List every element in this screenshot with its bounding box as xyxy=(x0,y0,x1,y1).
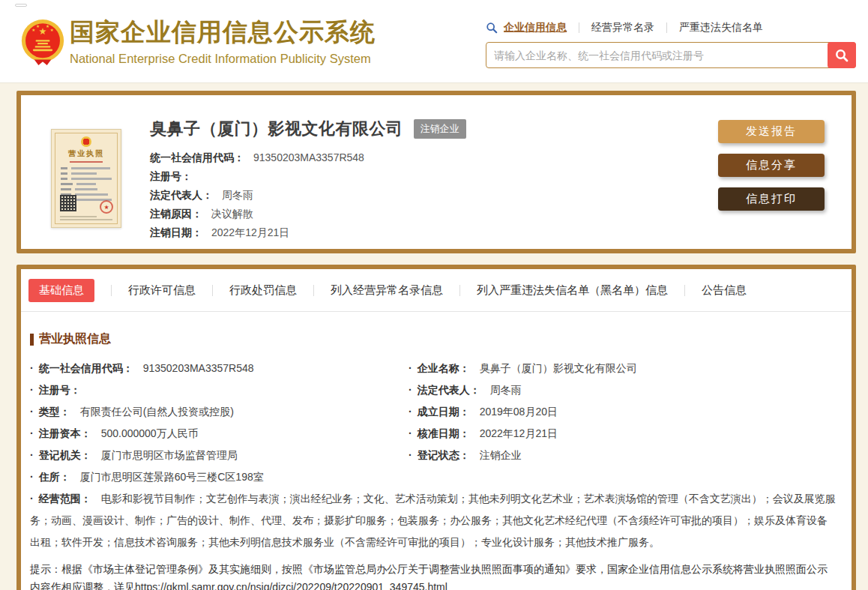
national-emblem-logo: ★ ★ ★ ★ ★ xyxy=(20,18,65,67)
license-title: 营业执照 xyxy=(55,148,117,159)
info-row: 类型：有限责任公司(自然人投资或控股) 成立日期：2019年08月20日 xyxy=(30,401,837,423)
site-brand: 国家企业信用信息公示系统 National Enterprise Credit … xyxy=(70,16,376,66)
field-cancellation-date: 注销日期：2022年12月21日 xyxy=(150,223,466,242)
field-cancellation-reason: 注销原因：决议解散 xyxy=(150,205,466,223)
svg-text:★: ★ xyxy=(36,24,40,28)
site-header: ★ ★ ★ ★ ★ 国家企业信用信息公示系统 National Enterpri… xyxy=(0,0,868,83)
tab-administrative-license[interactable]: 行政许可信息 xyxy=(128,283,196,298)
site-subtitle: National Enterprise Credit Information P… xyxy=(70,52,376,66)
info-row: 登记机关：厦门市思明区市场监督管理局 登记状态：注销企业 xyxy=(30,445,837,466)
separator xyxy=(666,22,667,33)
search-category-tabs: 企业信用信息 经营异常名录 严重违法失信名单 xyxy=(486,20,856,35)
separator xyxy=(684,285,685,296)
license-qr-code xyxy=(60,195,76,211)
business-license-inner: 营业执照 ★ xyxy=(55,133,118,224)
separator xyxy=(111,285,112,296)
license-red-seal: ★ xyxy=(100,200,113,214)
detail-card: 基础信息 行政许可信息 行政处罚信息 列入经营异常名录信息 列入严重违法失信名单… xyxy=(16,265,856,590)
svg-text:★: ★ xyxy=(46,24,49,28)
search-icon xyxy=(486,22,498,34)
tab-basic-info[interactable]: 基础信息 xyxy=(28,279,94,302)
section-title: 营业执照信息 xyxy=(39,331,111,347)
separator xyxy=(579,22,579,33)
send-report-button[interactable]: 发送报告 xyxy=(718,120,825,143)
browser-artifact xyxy=(15,4,27,7)
field-credit-code: 统一社会信用代码：91350203MA3357R548 xyxy=(150,148,466,167)
section-title-row: 营业执照信息 xyxy=(30,331,837,347)
search-input[interactable] xyxy=(486,42,856,68)
company-actions: 发送报告 信息分享 信息打印 xyxy=(718,120,825,221)
search-button-icon xyxy=(834,48,849,63)
separator xyxy=(212,285,213,296)
field-registration-number: 注册号： xyxy=(150,167,466,186)
business-license-image[interactable]: 营业执照 ★ xyxy=(51,129,121,228)
search-tab-abnormal-operations[interactable]: 经营异常名录 xyxy=(591,21,654,34)
basic-info-content: 营业执照信息 统一社会信用代码：91350203MA3357R548 企业名称：… xyxy=(21,331,852,590)
search-bar xyxy=(486,42,856,68)
separator xyxy=(313,285,314,296)
info-print-button[interactable]: 信息打印 xyxy=(718,187,825,211)
tab-abnormal-operations-list[interactable]: 列入经营异常名录信息 xyxy=(331,283,443,298)
info-row-business-scope: 经营范围：电影和影视节目制作；文艺创作与表演；演出经纪业务；文化、艺术活动策划；… xyxy=(30,488,837,553)
tab-serious-violation-blacklist[interactable]: 列入严重违法失信名单（黑名单）信息 xyxy=(477,283,668,298)
site-title: 国家企业信用信息公示系统 xyxy=(70,16,376,49)
search-tab-serious-violation[interactable]: 严重违法失信名单 xyxy=(679,21,763,34)
company-summary-card: 营业执照 ★ 臭鼻子（厦门）影视文化有限公司 注销企业 统一社会信用代码：913… xyxy=(16,91,856,253)
section-marker xyxy=(30,334,34,346)
search-tab-enterprise-credit[interactable]: 企业信用信息 xyxy=(504,21,567,34)
info-row-address: 住所：厦门市思明区莲景路60号三楼C区198室 xyxy=(30,466,837,488)
info-row: 统一社会信用代码：91350203MA3357R548 企业名称：臭鼻子（厦门）… xyxy=(30,358,837,379)
company-fields: 统一社会信用代码：91350203MA3357R548 注册号： 法定代表人：周… xyxy=(150,148,466,242)
status-badge: 注销企业 xyxy=(414,119,466,139)
tab-administrative-penalty[interactable]: 行政处罚信息 xyxy=(229,283,297,298)
info-share-button[interactable]: 信息分享 xyxy=(718,154,825,177)
company-main-info: 臭鼻子（厦门）影视文化有限公司 注销企业 统一社会信用代码：91350203MA… xyxy=(150,118,466,242)
info-row: 注册资本：500.000000万人民币 核准日期：2022年12月21日 xyxy=(30,423,837,445)
info-row: 注册号： 法定代表人：周冬雨 xyxy=(30,379,837,401)
svg-text:★: ★ xyxy=(31,28,35,32)
detail-tab-bar: 基础信息 行政许可信息 行政处罚信息 列入经营异常名录信息 列入严重违法失信名单… xyxy=(21,269,852,312)
tab-announcements[interactable]: 公告信息 xyxy=(702,283,747,298)
license-footer-lines xyxy=(60,214,112,220)
license-emblem-icon xyxy=(81,136,91,147)
license-adjustment-notice: 提示：根据《市场主体登记管理条例》及其实施细则，按照《市场监管总局办公厅关于调整… xyxy=(30,560,837,590)
field-legal-representative: 法定代表人：周冬雨 xyxy=(150,186,466,205)
header-search-area: 企业信用信息 经营异常名录 严重违法失信名单 xyxy=(486,20,856,68)
company-name: 臭鼻子（厦门）影视文化有限公司 xyxy=(150,118,403,140)
license-red-line xyxy=(70,161,103,163)
svg-text:★: ★ xyxy=(50,28,54,32)
separator xyxy=(459,285,460,296)
search-button[interactable] xyxy=(828,42,856,68)
